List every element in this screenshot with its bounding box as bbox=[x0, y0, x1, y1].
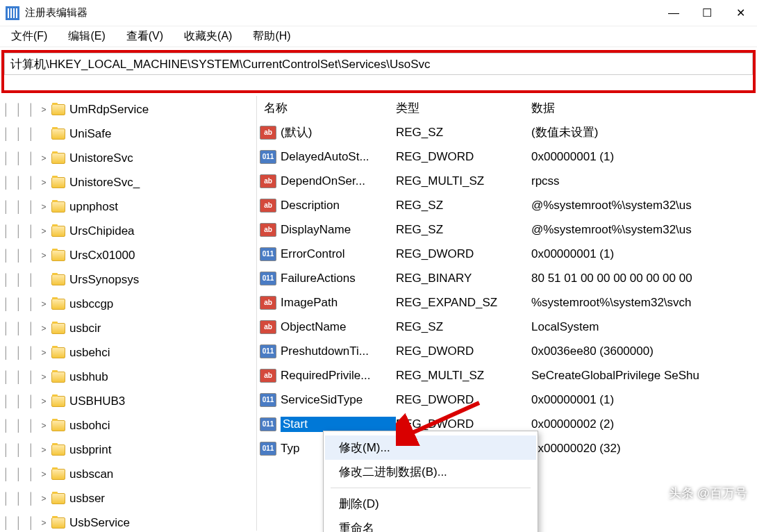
value-row[interactable]: 011ErrorControlREG_DWORD0x00000001 (1) bbox=[257, 242, 757, 266]
reg-bin-icon: 011 bbox=[260, 272, 276, 285]
values-header: 名称 类型 数据 bbox=[257, 96, 757, 120]
col-name[interactable]: 名称 bbox=[257, 100, 396, 116]
col-data[interactable]: 数据 bbox=[531, 100, 757, 116]
reg-bin-icon: 011 bbox=[260, 344, 276, 358]
tree-item[interactable]: │││>UnistoreSvc bbox=[0, 146, 256, 170]
value-row[interactable]: abDisplayNameREG_SZ@%systemroot%\system3… bbox=[257, 217, 757, 242]
value-row[interactable]: 011DelayedAutoSt...REG_DWORD0x00000001 (… bbox=[257, 144, 757, 169]
expander-icon[interactable] bbox=[38, 275, 50, 285]
minimize-button[interactable]: — bbox=[657, 0, 690, 26]
menu-favorites[interactable]: 收藏夹(A) bbox=[181, 28, 235, 45]
value-type: REG_DWORD bbox=[396, 150, 531, 164]
expander-icon[interactable]: > bbox=[38, 178, 50, 188]
ctx-modify-binary[interactable]: 修改二进制数据(B)... bbox=[325, 460, 536, 484]
expander-icon[interactable]: > bbox=[38, 348, 50, 358]
folder-icon bbox=[51, 347, 65, 358]
tree-item[interactable]: │││>usbehci bbox=[0, 340, 256, 365]
value-name: ServiceSidType bbox=[281, 393, 396, 407]
expander-icon[interactable]: > bbox=[38, 226, 50, 236]
value-data: 0x0036ee80 (3600000) bbox=[531, 344, 757, 358]
value-data: (数值未设置) bbox=[531, 124, 757, 140]
col-type[interactable]: 类型 bbox=[396, 100, 531, 116]
maximize-button[interactable]: ☐ bbox=[690, 0, 724, 26]
value-row[interactable]: abDescriptionREG_SZ@%systemroot%\system3… bbox=[257, 193, 757, 217]
value-type: REG_EXPAND_SZ bbox=[396, 296, 531, 310]
ctx-modify[interactable]: 修改(M)... bbox=[325, 435, 536, 460]
tree-label: usbcir bbox=[69, 322, 101, 335]
value-row[interactable]: abObjectNameREG_SZLocalSystem bbox=[257, 315, 757, 339]
value-row[interactable]: 011FailureActionsREG_BINARY80 51 01 00 0… bbox=[257, 266, 757, 290]
value-data: SeCreateGlobalPrivilege SeShu bbox=[531, 369, 757, 383]
tree-item[interactable]: │││ UniSafe bbox=[0, 122, 256, 146]
tree-item[interactable]: │││ UrsSynopsys bbox=[0, 267, 256, 292]
value-row[interactable]: ab(默认)REG_SZ(数值未设置) bbox=[257, 120, 757, 144]
reg-bin-icon: 011 bbox=[260, 442, 276, 456]
expander-icon[interactable]: > bbox=[38, 421, 50, 431]
value-name: Description bbox=[281, 199, 396, 213]
value-type: REG_SZ bbox=[396, 223, 531, 237]
menubar: 文件(F) 编辑(E) 查看(V) 收藏夹(A) 帮助(H) bbox=[0, 26, 757, 47]
tree-item[interactable]: │││>usbcir bbox=[0, 316, 256, 340]
tree-label: USBHUB3 bbox=[69, 394, 125, 408]
address-bar[interactable] bbox=[4, 53, 753, 75]
tree-panel[interactable]: │││>UmRdpService│││ UniSafe│││>UnistoreS… bbox=[0, 96, 257, 531]
tree-item[interactable]: │││>usbser bbox=[0, 486, 256, 510]
value-data: LocalSystem bbox=[531, 320, 757, 334]
tree-item[interactable]: │││>UmRdpService bbox=[0, 97, 256, 122]
tree-item[interactable]: │││>UrsCx01000 bbox=[0, 243, 256, 267]
tree-label: usbohci bbox=[69, 419, 110, 433]
expander-icon[interactable]: > bbox=[38, 324, 50, 333]
tree-item[interactable]: │││>UsbService bbox=[0, 510, 256, 531]
app-icon bbox=[6, 6, 19, 20]
tree-item[interactable]: │││>usbscan bbox=[0, 462, 256, 486]
expander-icon[interactable]: > bbox=[38, 251, 50, 260]
tree-item[interactable]: │││>UnistoreSvc_ bbox=[0, 170, 256, 194]
tree-label: usbccgp bbox=[69, 297, 113, 311]
tree-label: UmRdpService bbox=[69, 103, 149, 117]
value-row[interactable]: abDependOnSer...REG_MULTI_SZrpcss bbox=[257, 169, 757, 193]
menu-help[interactable]: 帮助(H) bbox=[250, 28, 293, 45]
reg-bin-icon: 011 bbox=[260, 150, 276, 164]
value-row[interactable]: 011PreshutdownTi...REG_DWORD0x0036ee80 (… bbox=[257, 339, 757, 363]
reg-bin-icon: 011 bbox=[260, 393, 276, 407]
expander-icon[interactable]: > bbox=[38, 397, 50, 406]
reg-sz-icon: ab bbox=[260, 296, 276, 310]
tree-label: UrsSynopsys bbox=[69, 273, 139, 287]
value-row[interactable]: abRequiredPrivile...REG_MULTI_SZSeCreate… bbox=[257, 363, 757, 388]
value-type: REG_DWORD bbox=[396, 393, 531, 407]
menu-view[interactable]: 查看(V) bbox=[124, 28, 166, 45]
value-data: 0x00000001 (1) bbox=[531, 150, 757, 164]
menu-edit[interactable]: 编辑(E) bbox=[65, 28, 108, 45]
tree-item[interactable]: │││>upnphost bbox=[0, 194, 256, 219]
ctx-rename[interactable]: 重命名 bbox=[325, 516, 536, 532]
value-data: 0x00000002 (2) bbox=[531, 417, 757, 431]
expander-icon[interactable]: > bbox=[38, 445, 50, 455]
tree-item[interactable]: │││>usbccgp bbox=[0, 292, 256, 316]
close-button[interactable]: ✕ bbox=[724, 0, 757, 26]
tree-item[interactable]: │││>USBHUB3 bbox=[0, 389, 256, 413]
menu-file[interactable]: 文件(F) bbox=[8, 28, 50, 45]
reg-bin-icon: 011 bbox=[260, 417, 276, 431]
tree-item[interactable]: │││>usbohci bbox=[0, 413, 256, 438]
expander-icon[interactable]: > bbox=[38, 299, 50, 309]
tree-item[interactable]: │││>usbprint bbox=[0, 438, 256, 462]
expander-icon[interactable]: > bbox=[38, 202, 50, 212]
tree-item[interactable]: │││>UrsChipidea bbox=[0, 219, 256, 243]
expander-icon[interactable]: > bbox=[38, 494, 50, 504]
value-data: rpcss bbox=[531, 174, 757, 188]
expander-icon[interactable]: > bbox=[38, 372, 50, 382]
tree-label: usbser bbox=[69, 492, 105, 506]
expander-icon[interactable]: > bbox=[38, 469, 50, 479]
folder-icon bbox=[51, 299, 65, 310]
expander-icon[interactable]: > bbox=[38, 153, 50, 163]
expander-icon[interactable]: > bbox=[38, 518, 50, 528]
tree-item[interactable]: │││>usbhub bbox=[0, 365, 256, 389]
value-row[interactable]: 011ServiceSidTypeREG_DWORD0x00000001 (1) bbox=[257, 388, 757, 412]
ctx-delete[interactable]: 删除(D) bbox=[325, 492, 536, 516]
expander-icon[interactable]: > bbox=[38, 105, 50, 115]
reg-bin-icon: 011 bbox=[260, 247, 276, 261]
expander-icon[interactable] bbox=[38, 129, 50, 139]
context-menu: 修改(M)... 修改二进制数据(B)... 删除(D) 重命名 bbox=[323, 431, 538, 532]
value-row[interactable]: abImagePathREG_EXPAND_SZ%systemroot%\sys… bbox=[257, 290, 757, 315]
value-name: (默认) bbox=[281, 124, 396, 140]
